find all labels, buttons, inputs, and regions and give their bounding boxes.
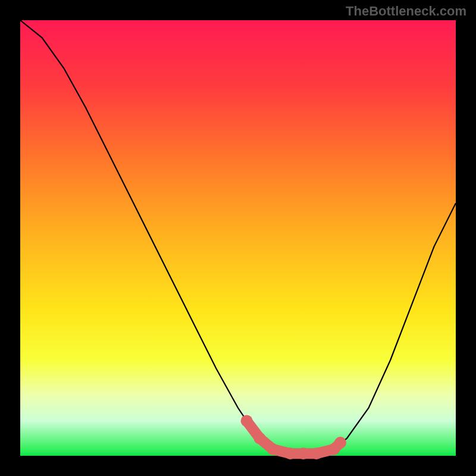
watermark-text: TheBottleneck.com — [346, 4, 466, 19]
chart-svg — [20, 20, 456, 456]
marker-dot — [311, 447, 322, 459]
marker-dot — [254, 433, 266, 444]
marker-dot — [298, 447, 309, 459]
plot-area — [20, 20, 456, 456]
marker-dot — [334, 437, 346, 449]
marker-dot — [284, 447, 296, 459]
marker-dot — [241, 415, 253, 427]
curve-line — [20, 20, 456, 453]
markers-group — [241, 415, 346, 459]
marker-dot — [267, 443, 279, 455]
